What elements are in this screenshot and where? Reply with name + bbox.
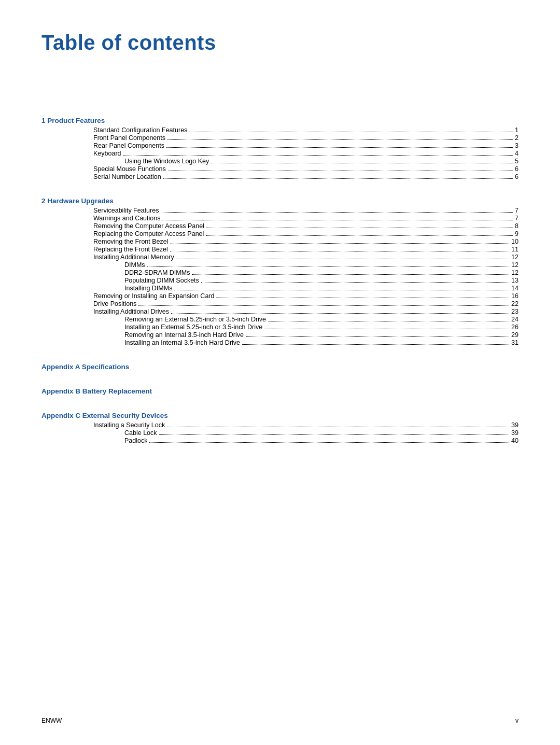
entry-2-13: Drive Positions22 <box>41 300 519 307</box>
entry-1-7-dots <box>163 178 513 179</box>
entry-1-4: Keyboard4 <box>41 150 519 157</box>
appendix-b-heading[interactable]: Appendix B Battery Replacement <box>41 387 519 395</box>
entry-1-5-text: Using the Windows Logo Key <box>124 158 209 165</box>
entry-2-5-page: 10 <box>511 238 519 245</box>
entry-1-5-page: 5 <box>515 158 519 165</box>
entry-2-9: DDR2-SDRAM DIMMs12 <box>41 269 519 276</box>
entry-c-3-text: Padlock <box>124 437 147 444</box>
entry-2-5-dots <box>171 243 510 244</box>
entry-2-12-text: Removing or Installing an Expansion Card <box>93 292 214 300</box>
entry-2-17: Removing an Internal 3.5-inch Hard Drive… <box>41 331 519 339</box>
entry-1-2-text: Front Panel Components <box>93 134 165 142</box>
page-title: Table of contents <box>41 31 519 54</box>
appendix-b: Appendix B Battery Replacement <box>41 387 519 395</box>
entry-1-6-dots <box>168 171 513 171</box>
entry-c-3-page: 40 <box>511 437 519 444</box>
entry-c-1-page: 39 <box>511 421 519 429</box>
entry-1-1-dots <box>189 132 513 132</box>
entry-2-16-page: 26 <box>511 324 519 331</box>
entry-1-1-text: Standard Configuration Features <box>93 126 187 134</box>
entry-2-1: Serviceability Features7 <box>41 207 519 214</box>
entry-2-8-page: 12 <box>511 261 519 269</box>
entry-2-1-text: Serviceability Features <box>93 207 159 214</box>
entry-2-2-page: 7 <box>515 215 519 222</box>
entry-2-8: DIMMs12 <box>41 261 519 269</box>
entry-c-1-dots <box>167 427 509 427</box>
section-1-heading[interactable]: 1 Product Features <box>41 117 519 124</box>
section-2-entries: Serviceability Features7Warnings and Cau… <box>41 207 519 346</box>
entry-2-15-dots <box>268 321 509 321</box>
entry-2-12: Removing or Installing an Expansion Card… <box>41 292 519 300</box>
section-2: 2 Hardware UpgradesServiceability Featur… <box>41 197 519 346</box>
entry-2-9-page: 12 <box>511 269 519 276</box>
entry-2-11-page: 14 <box>511 285 519 292</box>
entry-2-15-page: 24 <box>511 316 519 323</box>
entry-1-1: Standard Configuration Features1 <box>41 126 519 134</box>
entry-2-4-dots <box>206 235 513 236</box>
section-1: 1 Product FeaturesStandard Configuration… <box>41 117 519 180</box>
entry-1-1-page: 1 <box>515 126 519 134</box>
entry-1-6-text: Special Mouse Functions <box>93 165 166 173</box>
entry-2-12-dots <box>216 298 509 298</box>
entry-c-2-text: Cable Lock <box>124 429 157 437</box>
footer: ENWW v <box>41 717 519 724</box>
entry-2-15: Removing an External 5.25-inch or 3.5-in… <box>41 316 519 323</box>
entry-c-2-page: 39 <box>511 429 519 437</box>
appendix-a-heading[interactable]: Appendix A Specifications <box>41 363 519 371</box>
entry-2-14: Installing Additional Drives23 <box>41 308 519 315</box>
entry-1-3-text: Rear Panel Components <box>93 142 164 149</box>
entry-1-3-dots <box>166 147 513 148</box>
entry-2-18-text: Installing an Internal 3.5-inch Hard Dri… <box>124 339 240 346</box>
entry-2-7-page: 12 <box>511 254 519 261</box>
section-2-heading[interactable]: 2 Hardware Upgrades <box>41 197 519 205</box>
entry-2-10-text: Populating DIMM Sockets <box>124 277 199 284</box>
entry-2-5-text: Removing the Front Bezel <box>93 238 169 245</box>
entry-2-10-dots <box>201 282 509 283</box>
entry-1-7-page: 6 <box>515 173 519 180</box>
entry-1-4-text: Keyboard <box>93 150 121 157</box>
entry-2-2-text: Warnings and Cautions <box>93 215 160 222</box>
entry-2-18-page: 31 <box>511 339 519 346</box>
entry-1-4-page: 4 <box>515 150 519 157</box>
entry-2-11: Installing DIMMs14 <box>41 285 519 292</box>
entry-2-13-page: 22 <box>511 300 519 307</box>
entry-c-1: Installing a Security Lock39 <box>41 421 519 429</box>
entry-c-3-dots <box>149 442 509 443</box>
entry-2-4-text: Replacing the Computer Access Panel <box>93 230 204 237</box>
entry-2-1-dots <box>161 212 513 213</box>
entry-2-15-text: Removing an External 5.25-inch or 3.5-in… <box>124 316 266 323</box>
entry-1-4-dots <box>123 155 513 156</box>
entry-2-16: Installing an External 5.25-inch or 3.5-… <box>41 324 519 331</box>
entry-2-3-page: 8 <box>515 222 519 230</box>
entry-2-8-text: DIMMs <box>124 261 145 269</box>
entry-1-5-dots <box>211 163 513 163</box>
footer-right: v <box>515 717 519 724</box>
entry-2-12-page: 16 <box>511 292 519 300</box>
entry-1-2-page: 2 <box>515 134 519 142</box>
entry-1-2: Front Panel Components2 <box>41 134 519 142</box>
entry-2-4: Replacing the Computer Access Panel9 <box>41 230 519 237</box>
entry-1-7-text: Serial Number Location <box>93 173 161 180</box>
entry-2-6-page: 11 <box>511 246 519 253</box>
entry-1-6: Special Mouse Functions6 <box>41 165 519 173</box>
section-1-entries: Standard Configuration Features1Front Pa… <box>41 126 519 180</box>
entry-c-2: Cable Lock39 <box>41 429 519 437</box>
toc-container: 1 Product FeaturesStandard Configuration… <box>41 117 519 444</box>
entry-2-17-text: Removing an Internal 3.5-inch Hard Drive <box>124 331 244 339</box>
entry-2-4-page: 9 <box>515 230 519 237</box>
entry-2-14-dots <box>171 313 509 314</box>
entry-2-6-dots <box>170 251 509 251</box>
entry-2-13-dots <box>138 305 509 306</box>
entry-2-10-page: 13 <box>511 277 519 284</box>
entry-2-11-text: Installing DIMMs <box>124 285 172 292</box>
entry-1-6-page: 6 <box>515 165 519 173</box>
appendix-c-entries: Installing a Security Lock39Cable Lock39… <box>41 421 519 444</box>
entry-2-18: Installing an Internal 3.5-inch Hard Dri… <box>41 339 519 346</box>
entry-2-9-dots <box>192 274 509 275</box>
appendix-c-heading[interactable]: Appendix C External Security Devices <box>41 412 519 419</box>
entry-2-2-dots <box>162 220 513 220</box>
entry-2-11-dots <box>174 290 509 290</box>
entry-c-2-dots <box>159 434 510 435</box>
entry-2-13-text: Drive Positions <box>93 300 136 307</box>
entry-2-14-page: 23 <box>511 308 519 315</box>
